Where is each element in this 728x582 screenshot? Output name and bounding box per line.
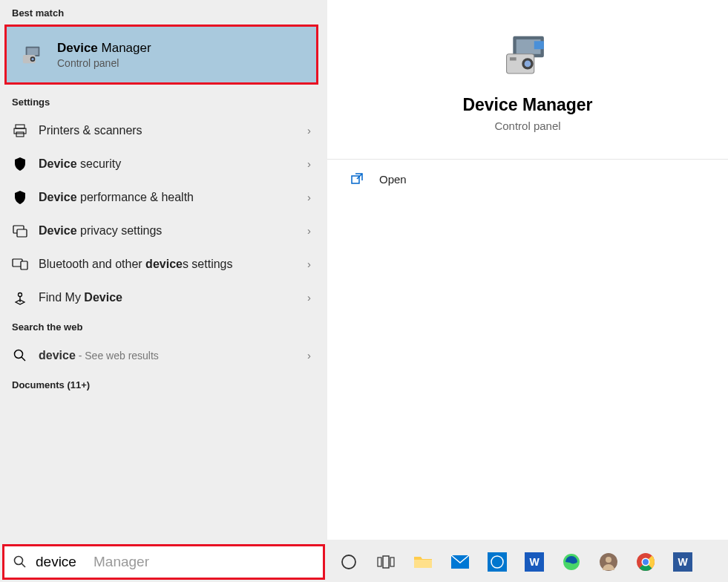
settings-item-device-privacy[interactable]: Device privacy settings ›: [0, 214, 323, 247]
shield-icon: [12, 190, 28, 205]
word-icon[interactable]: W: [521, 549, 548, 575]
search-box[interactable]: Manager: [2, 544, 325, 580]
settings-item-label: Bluetooth and other devices settings: [39, 258, 307, 271]
preview-panel: Device Manager Control panel Open: [327, 0, 728, 540]
settings-item-bluetooth-devices[interactable]: Bluetooth and other devices settings ›: [0, 247, 323, 281]
section-documents: Documents (11+): [0, 372, 323, 396]
taskbar: Manager W W: [0, 542, 728, 582]
chevron-right-icon: ›: [307, 291, 311, 304]
settings-item-label: Printers & scanners: [39, 124, 307, 137]
mail-icon[interactable]: [447, 549, 473, 575]
chevron-right-icon: ›: [307, 191, 311, 203]
preview-title: Device Manager: [327, 95, 728, 115]
svg-line-14: [22, 357, 25, 361]
svg-rect-1: [27, 48, 39, 54]
settings-item-device-performance[interactable]: Device performance & health ›: [0, 180, 323, 214]
svg-point-24: [15, 557, 23, 565]
svg-rect-7: [16, 132, 24, 137]
web-search-label: device - See web results: [39, 349, 307, 362]
settings-item-label: Find My Device: [39, 291, 307, 304]
settings-item-label: Device security: [39, 157, 307, 171]
svg-rect-17: [534, 41, 544, 49]
search-ghost-text: Manager: [94, 554, 149, 570]
svg-rect-27: [378, 558, 381, 566]
chevron-right-icon: ›: [307, 124, 311, 137]
svg-point-4: [31, 57, 33, 59]
cortana-icon[interactable]: [335, 549, 362, 575]
edge-icon[interactable]: [558, 549, 585, 575]
settings-item-label: Device performance & health: [39, 191, 307, 204]
svg-point-38: [606, 557, 611, 563]
svg-point-21: [525, 61, 531, 68]
chevron-right-icon: ›: [307, 224, 311, 237]
settings-item-find-my-device[interactable]: Find My Device ›: [0, 281, 323, 314]
action-open-label: Open: [379, 173, 407, 186]
svg-rect-32: [488, 552, 507, 572]
search-icon: [13, 555, 27, 569]
preview-subtitle: Control panel: [327, 120, 728, 132]
svg-rect-29: [390, 558, 394, 566]
search-icon: [12, 349, 28, 362]
dell-icon[interactable]: [484, 549, 511, 575]
svg-rect-5: [16, 125, 24, 128]
best-match-device-manager[interactable]: Device Manager Control panel: [4, 24, 318, 85]
word-app-icon[interactable]: W: [669, 549, 696, 575]
privacy-icon: [12, 224, 28, 238]
svg-rect-28: [383, 556, 389, 568]
svg-line-25: [22, 563, 25, 567]
best-match-title: Device Manager: [57, 41, 151, 56]
shield-icon: [12, 157, 28, 171]
taskbar-tray: W W: [335, 549, 696, 575]
svg-point-13: [15, 350, 23, 358]
svg-rect-22: [510, 57, 517, 60]
svg-point-26: [342, 555, 355, 569]
file-explorer-icon[interactable]: [410, 549, 436, 575]
chevron-right-icon: ›: [307, 258, 311, 270]
settings-item-label: Device privacy settings: [39, 224, 307, 238]
svg-rect-30: [414, 560, 432, 568]
location-icon: [12, 290, 28, 305]
chevron-right-icon: ›: [307, 349, 311, 362]
device-manager-icon: [22, 44, 44, 66]
svg-point-12: [19, 292, 22, 296]
svg-text:W: W: [678, 556, 688, 568]
chevron-right-icon: ›: [307, 157, 311, 170]
devices-icon: [12, 258, 28, 270]
section-best-match: Best match: [0, 0, 323, 24]
svg-point-43: [643, 559, 649, 565]
section-web: Search the web: [0, 314, 323, 339]
task-view-icon[interactable]: [373, 549, 399, 575]
search-input[interactable]: [36, 554, 95, 570]
open-icon: [351, 173, 364, 185]
svg-rect-9: [17, 229, 27, 237]
action-open[interactable]: Open: [327, 160, 728, 198]
svg-rect-6: [14, 128, 26, 134]
avatar-icon[interactable]: [595, 549, 622, 575]
section-settings: Settings: [0, 89, 323, 114]
printer-icon: [12, 123, 28, 138]
search-results-panel: Best match Device Manager Control panel …: [0, 0, 323, 540]
svg-text:W: W: [529, 556, 540, 568]
chrome-icon[interactable]: [632, 549, 659, 575]
svg-rect-11: [21, 261, 27, 269]
settings-item-printers-scanners[interactable]: Printers & scanners ›: [0, 114, 323, 147]
settings-item-device-security[interactable]: Device security ›: [0, 147, 323, 180]
device-manager-large-icon: [502, 30, 554, 82]
web-search-item[interactable]: device - See web results ›: [0, 339, 323, 372]
best-match-subtitle: Control panel: [57, 57, 151, 69]
